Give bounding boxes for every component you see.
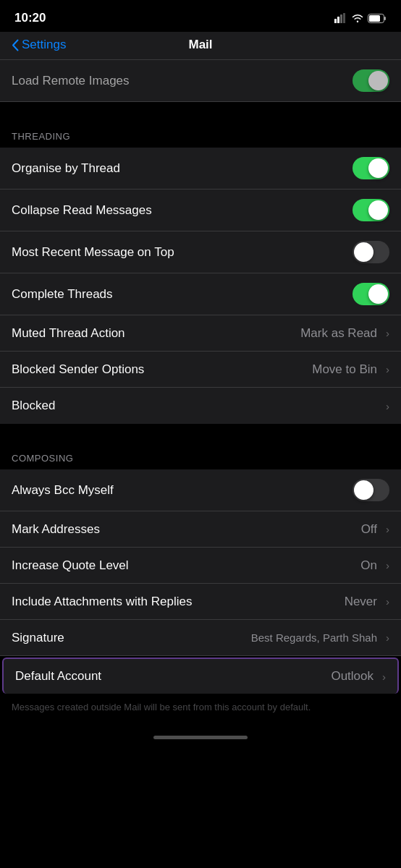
section-gap-composing: [0, 424, 401, 438]
page-title: Mail: [188, 38, 212, 52]
footer-note: Messages created outside Mail will be se…: [0, 695, 401, 728]
complete-threads-toggle[interactable]: [353, 283, 389, 305]
signature-right: Best Regards, Parth Shah ›: [251, 631, 389, 644]
threading-section-header: THREADING: [0, 116, 401, 148]
blocked-sender-options-row[interactable]: Blocked Sender Options Move to Bin ›: [0, 352, 401, 388]
back-button[interactable]: Settings: [12, 38, 66, 52]
signature-label: Signature: [12, 631, 251, 645]
home-indicator: [0, 728, 401, 751]
mark-addresses-row[interactable]: Mark Addresses Off ›: [0, 511, 401, 548]
increase-quote-level-row[interactable]: Increase Quote Level On ›: [0, 548, 401, 584]
status-icons: [334, 13, 387, 23]
footer-note-text: Messages created outside Mail will be se…: [12, 702, 311, 712]
muted-thread-action-row[interactable]: Muted Thread Action Mark as Read ›: [0, 315, 401, 352]
blocked-sender-right: Move to Bin ›: [312, 362, 389, 377]
section-gap-threading: [0, 102, 401, 116]
chevron-back-icon: [12, 39, 19, 51]
home-bar: [153, 736, 248, 739]
default-account-chevron-icon: ›: [382, 671, 386, 683]
blocked-row[interactable]: Blocked ›: [0, 388, 401, 424]
always-bcc-toggle[interactable]: [353, 479, 389, 501]
signature-chevron-icon: ›: [386, 631, 389, 644]
complete-threads-row: Complete Threads: [0, 273, 401, 315]
always-bcc-label: Always Bcc Myself: [12, 483, 353, 498]
collapse-read-toggle[interactable]: [353, 199, 389, 221]
load-remote-toggle[interactable]: [353, 69, 389, 92]
include-attachments-label: Include Attachments with Replies: [12, 595, 345, 609]
nav-bar: Settings Mail: [0, 32, 401, 60]
svg-rect-3: [343, 13, 345, 23]
complete-threads-label: Complete Threads: [12, 287, 353, 302]
svg-rect-5: [369, 15, 380, 22]
organise-by-thread-label: Organise by Thread: [12, 161, 353, 176]
svg-rect-2: [340, 14, 342, 23]
status-bar: 10:20: [0, 0, 401, 32]
svg-rect-6: [384, 17, 386, 20]
blocked-sender-chevron-icon: ›: [386, 363, 389, 375]
status-time: 10:20: [14, 11, 46, 25]
threading-section-body: Organise by Thread Collapse Read Message…: [0, 148, 401, 424]
default-account-row[interactable]: Default Account Outlook ›: [2, 658, 399, 694]
increase-quote-level-label: Increase Quote Level: [12, 558, 360, 573]
wifi-icon: [352, 14, 363, 22]
most-recent-toggle[interactable]: [353, 241, 389, 263]
signature-row[interactable]: Signature Best Regards, Parth Shah ›: [0, 620, 401, 656]
collapse-read-messages-label: Collapse Read Messages: [12, 203, 353, 218]
collapse-read-messages-row: Collapse Read Messages: [0, 190, 401, 231]
muted-thread-action-value: Mark as Read: [300, 326, 377, 341]
include-attachments-value: Never: [345, 595, 377, 609]
increase-quote-level-value: On: [360, 558, 377, 573]
threading-section: THREADING Organise by Thread Collapse Re…: [0, 116, 401, 424]
signal-icon: [334, 13, 347, 23]
signature-value: Best Regards, Parth Shah: [251, 631, 377, 644]
svg-rect-0: [334, 19, 337, 23]
blocked-sender-options-label: Blocked Sender Options: [12, 362, 312, 377]
blocked-right: ›: [384, 400, 389, 412]
always-bcc-row: Always Bcc Myself: [0, 469, 401, 511]
include-attachments-chevron-icon: ›: [386, 595, 389, 608]
default-account-label: Default Account: [15, 669, 331, 684]
most-recent-row: Most Recent Message on Top: [0, 231, 401, 273]
composing-section-body: Always Bcc Myself Mark Addresses Off › I…: [0, 469, 401, 695]
battery-icon: [368, 14, 387, 23]
svg-rect-1: [337, 17, 339, 23]
include-attachments-row[interactable]: Include Attachments with Replies Never ›: [0, 584, 401, 620]
muted-thread-action-right: Mark as Read ›: [300, 326, 389, 341]
most-recent-label: Most Recent Message on Top: [12, 245, 353, 260]
composing-section-header: COMPOSING: [0, 438, 401, 469]
mark-addresses-value: Off: [361, 522, 377, 537]
blocked-sender-value: Move to Bin: [312, 362, 377, 377]
include-attachments-right: Never ›: [345, 595, 389, 609]
muted-thread-action-label: Muted Thread Action: [12, 326, 300, 341]
increase-quote-level-chevron-icon: ›: [386, 559, 389, 571]
partial-row-label: Load Remote Images: [12, 74, 353, 88]
blocked-chevron-icon: ›: [386, 400, 389, 412]
mark-addresses-chevron-icon: ›: [386, 523, 389, 535]
default-account-value: Outlook: [331, 669, 373, 684]
increase-quote-level-right: On ›: [360, 558, 389, 573]
organise-by-thread-row: Organise by Thread: [0, 148, 401, 190]
muted-thread-chevron-icon: ›: [386, 327, 389, 339]
back-label: Settings: [22, 38, 66, 52]
mark-addresses-right: Off ›: [361, 522, 389, 537]
partial-row-load-remote: Load Remote Images: [0, 60, 401, 102]
blocked-label: Blocked: [12, 399, 384, 413]
mark-addresses-label: Mark Addresses: [12, 522, 361, 537]
default-account-right: Outlook ›: [331, 669, 386, 684]
composing-section: COMPOSING Always Bcc Myself Mark Address…: [0, 438, 401, 695]
organise-by-thread-toggle[interactable]: [353, 157, 389, 179]
